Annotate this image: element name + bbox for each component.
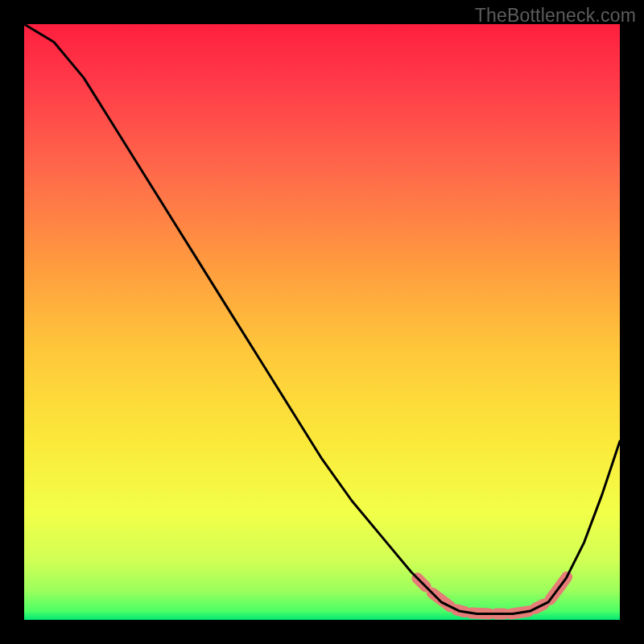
plot-area	[24, 24, 620, 620]
bottleneck-curve	[24, 24, 620, 614]
chart-frame: TheBottleneck.com	[0, 0, 644, 644]
watermark-text: TheBottleneck.com	[475, 5, 636, 27]
curve-layer	[24, 24, 620, 620]
plateau-markers	[417, 577, 567, 614]
